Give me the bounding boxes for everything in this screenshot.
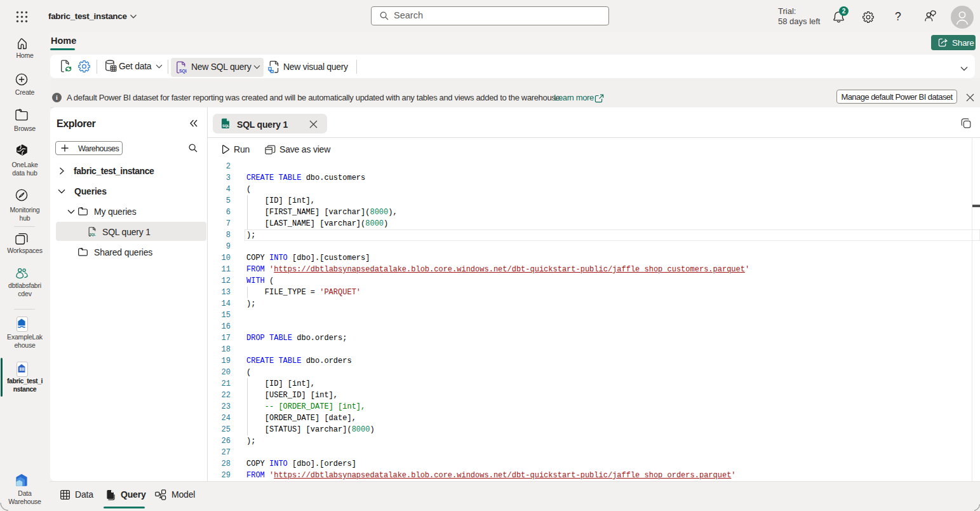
svg-text:SQL: SQL bbox=[179, 69, 187, 74]
svg-text:SQL: SQL bbox=[222, 124, 230, 128]
svg-text:SQL: SQL bbox=[90, 233, 96, 236]
